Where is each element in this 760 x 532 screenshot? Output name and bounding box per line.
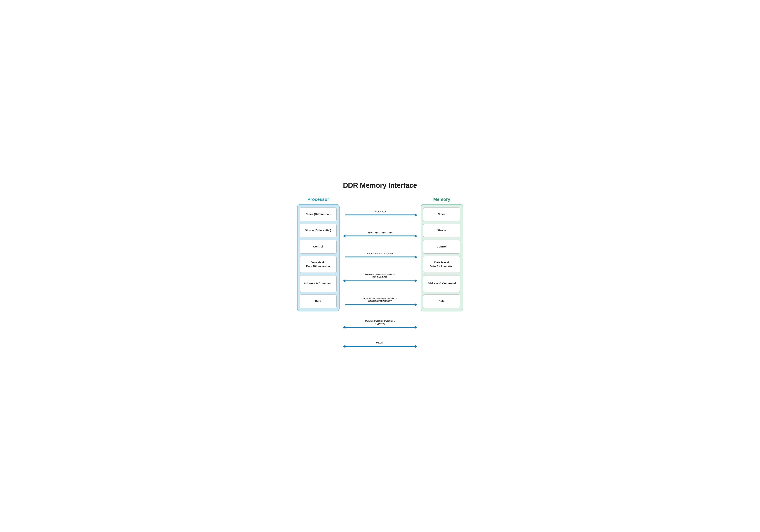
processor-datamask-box: Data Mask/Data Bit Inversion: [300, 256, 337, 273]
memory-control-text: Control: [437, 245, 447, 248]
processor-control-text: Control: [313, 245, 323, 248]
memory-clock-text: Clock: [438, 212, 445, 216]
data-signal-label: DQ[7:0], DQ[15:8], DQ[16:23],DQ[31:24]: [365, 320, 395, 325]
memory-data-text: Data: [439, 299, 445, 303]
processor-datamask-text: Data Mask/Data Bit Inversion: [306, 261, 330, 268]
processor-clock-text: Clock (Differential): [306, 212, 330, 216]
processor-label: Processor: [308, 197, 329, 202]
memory-datamask-box: Data Mask/Data Bit Inversion: [423, 256, 460, 273]
processor-panel: Clock (Differential) Strobe (Differentia…: [297, 204, 340, 311]
arrow-row-address: A[17:0], BA[2:0]/BG[:0],/ACT,BC,-CAS,RAS…: [341, 291, 419, 311]
arrow-row-clock: CK_P, CK_N: [341, 204, 419, 221]
strobe-signal-label: DQS0, DQS1, DQS2, DQS3: [367, 231, 393, 234]
arrow-row-data: DQ[7:0], DQ[15:8], DQ[16:23],DQ[31:24]: [341, 315, 419, 332]
processor-control-box: Control: [300, 240, 337, 253]
memory-clock-box: Clock: [423, 207, 460, 221]
arrow-row-strobe: DQS0, DQS1, DQS2, DQS3: [341, 225, 419, 243]
processor-panel-wrapper: Processor Clock (Differential) Strobe (D…: [297, 195, 340, 311]
processor-strobe-text: Strobe (Differential): [305, 229, 331, 232]
diagram-container: DDR Memory Interface Processor Clock (Di…: [297, 181, 463, 351]
memory-address-box: Address & Command: [423, 275, 460, 292]
clock-signal-label: CK_P, CK_N: [374, 210, 386, 213]
arrow-row-control: CS, C0, C1, C2, ODT, CKE: [341, 246, 419, 263]
arrow-row-alert: /ALERT: [341, 336, 419, 351]
main-title: DDR Memory Interface: [297, 181, 463, 190]
memory-label: Memory: [433, 197, 450, 202]
datamask-signal-label: DM0/DBI0, DM1/DBI1, DM2/D-BI2, DM3/DBI3,: [365, 273, 395, 279]
memory-data-box: Data: [423, 294, 460, 308]
control-signal-label: CS, C0, C1, C2, ODT, CKE: [367, 252, 393, 255]
memory-strobe-box: Strobe: [423, 224, 460, 237]
memory-datamask-text: Data Mask/Data Bit Inversion: [430, 261, 453, 268]
alert-signal-label: /ALERT: [376, 341, 384, 344]
processor-clock-box: Clock (Differential): [300, 207, 337, 221]
memory-panel-wrapper: Memory Clock Strobe Control Data Mask/Da…: [421, 195, 463, 311]
processor-address-box: Address & Command: [300, 275, 337, 292]
address-signal-label: A[17:0], BA[2:0]/BG[:0],/ACT,BC,-CAS,RAS…: [363, 297, 397, 303]
processor-strobe-box: Strobe (Differential): [300, 224, 337, 237]
processor-data-box: Data: [300, 294, 337, 308]
arrows-column: CK_P, CK_N DQS0, DQS1, DQS2, DQS3 CS, C0…: [340, 195, 421, 351]
memory-panel: Clock Strobe Control Data Mask/Data Bit …: [421, 204, 463, 311]
memory-control-box: Control: [423, 240, 460, 253]
memory-strobe-text: Strobe: [437, 229, 446, 232]
processor-address-text: Address & Command: [304, 282, 332, 286]
memory-address-text: Address & Command: [427, 282, 456, 286]
arrow-row-datamask: DM0/DBI0, DM1/DBI1, DM2/D-BI2, DM3/DBI3,: [341, 267, 419, 288]
processor-data-text: Data: [315, 299, 321, 303]
